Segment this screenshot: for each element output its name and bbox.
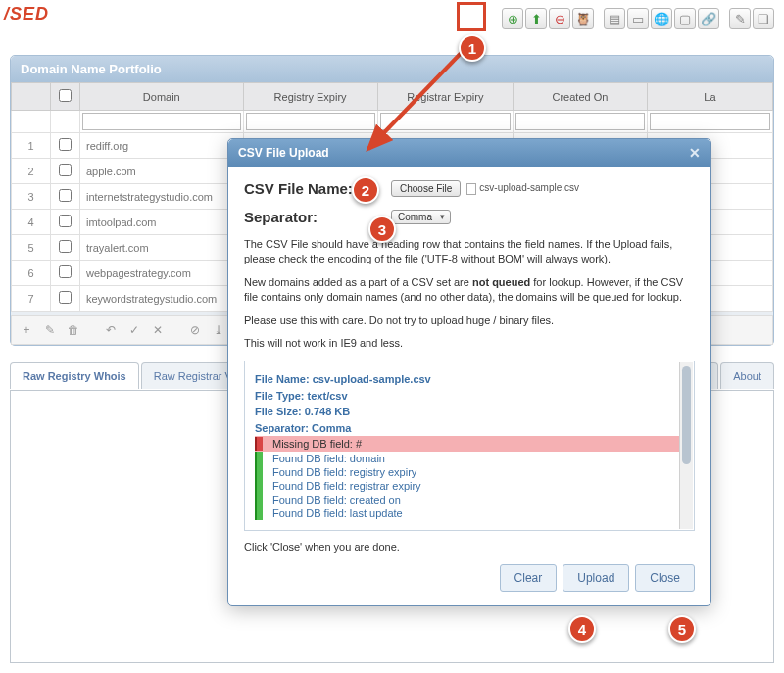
col-registrar[interactable]: Registrar Expiry <box>377 83 513 111</box>
col-created[interactable]: Created On <box>514 83 648 111</box>
error-bar-icon <box>255 437 263 451</box>
pencil-button[interactable]: ✎ <box>729 8 751 29</box>
filter-row <box>12 111 773 133</box>
callout-4: 4 <box>568 615 596 643</box>
ok-bar-icon <box>255 506 263 520</box>
owl-button[interactable]: 🦉 <box>572 8 594 29</box>
filter-domain[interactable] <box>82 113 241 130</box>
row-num: 3 <box>12 184 51 210</box>
csv-upload-dialog: CSV File Upload ✕ CSV File Name: Choose … <box>227 138 711 606</box>
action-add[interactable]: + <box>18 322 35 338</box>
box-button[interactable]: ▢ <box>674 8 696 29</box>
grid-button[interactable]: ▤ <box>604 8 625 29</box>
action-tag[interactable]: ⊘ <box>186 322 204 338</box>
col-num[interactable] <box>12 83 51 111</box>
cell-domain: webpagestrategy.com <box>80 261 244 286</box>
log-found-line: Found DB field: domain <box>255 452 684 465</box>
check-all[interactable] <box>59 89 72 102</box>
row-num: 7 <box>12 286 51 312</box>
mobile-button[interactable]: ❏ <box>753 8 774 29</box>
dialog-body: CSV File Name: Choose File csv-upload-sa… <box>228 167 710 605</box>
ok-bar-icon <box>255 452 263 465</box>
cell-domain: internetstrategystudio.com <box>80 184 244 210</box>
row-num: 1 <box>12 133 51 159</box>
action-cancel[interactable]: ✕ <box>149 322 167 338</box>
dialog-title: CSV File Upload <box>238 146 329 160</box>
tab-about[interactable]: About <box>720 362 774 389</box>
ok-bar-icon <box>255 493 263 506</box>
log-error-line: Missing DB field: # <box>255 436 684 452</box>
col-check-all[interactable] <box>51 83 80 111</box>
file-icon <box>466 183 476 195</box>
row-num: 6 <box>12 261 51 286</box>
link-button[interactable]: 🔗 <box>698 8 719 29</box>
annotation-highlight-1 <box>457 2 486 31</box>
row-check[interactable] <box>59 240 72 253</box>
header-row: Domain Registry Expiry Registrar Expiry … <box>12 83 773 111</box>
filter-created[interactable] <box>515 113 645 130</box>
callout-2: 2 <box>352 176 379 204</box>
ok-bar-icon <box>255 465 263 479</box>
col-last[interactable]: La <box>647 83 772 111</box>
row-check[interactable] <box>59 164 72 176</box>
choose-file-button[interactable]: Choose File <box>391 180 461 197</box>
action-edit[interactable]: ✎ <box>41 322 59 338</box>
row-check[interactable] <box>59 265 72 278</box>
dialog-close-icon[interactable]: ✕ <box>689 145 701 161</box>
cell-domain: apple.com <box>80 159 244 184</box>
row-num: 4 <box>12 210 51 235</box>
ok-bar-icon <box>255 479 263 493</box>
tab-registry-whois[interactable]: Raw Registry Whois <box>10 362 139 389</box>
upload-submit-button[interactable]: Upload <box>563 564 629 592</box>
row-num: 2 <box>12 159 51 184</box>
note-button[interactable]: ▭ <box>627 8 649 29</box>
cell-domain: rediff.org <box>80 133 244 159</box>
app-logo: /SED <box>4 4 49 24</box>
col-domain[interactable]: Domain <box>80 83 244 111</box>
globe-button[interactable]: 🌐 <box>651 8 672 29</box>
callout-1: 1 <box>459 34 486 62</box>
add-button[interactable]: ⊕ <box>502 8 523 29</box>
log-found-line: Found DB field: registry expiry <box>255 465 684 479</box>
row-check[interactable] <box>59 291 72 304</box>
cell-domain: trayalert.com <box>80 235 244 261</box>
action-check[interactable]: ✓ <box>125 322 143 338</box>
upload-button[interactable]: ⬆ <box>525 8 547 29</box>
dialog-titlebar[interactable]: CSV File Upload ✕ <box>228 139 710 167</box>
close-button[interactable]: Close <box>635 564 695 592</box>
log-found-line: Found DB field: last update <box>255 506 684 520</box>
callout-3: 3 <box>368 216 396 243</box>
filter-registry[interactable] <box>246 113 375 130</box>
action-download[interactable]: ⤓ <box>210 322 227 338</box>
delete-button[interactable]: ⊖ <box>549 8 570 29</box>
action-delete[interactable]: 🗑 <box>65 322 82 338</box>
log-found-line: Found DB field: registrar expiry <box>255 479 684 493</box>
callout-5: 5 <box>668 615 696 643</box>
cell-domain: keywordstrategystudio.com <box>80 286 244 312</box>
row-check[interactable] <box>59 138 72 151</box>
row-num: 5 <box>12 235 51 261</box>
scrollbar-thumb[interactable] <box>682 366 691 464</box>
done-text: Click 'Close' when you are done. <box>244 541 695 553</box>
dialog-help-text: The CSV File should have a heading row t… <box>244 237 695 351</box>
filter-last[interactable] <box>650 113 770 130</box>
separator-select[interactable]: Comma <box>391 210 451 224</box>
action-undo[interactable]: ↶ <box>102 322 120 338</box>
top-toolbar: ⊕ ⬆ ⊖ 🦉 ▤ ▭ 🌐 ▢ 🔗 ✎ ❏ <box>502 8 774 29</box>
col-registry[interactable]: Registry Expiry <box>243 83 377 111</box>
filter-registrar[interactable] <box>380 113 511 130</box>
row-check[interactable] <box>59 189 72 202</box>
log-header: File Name: csv-upload-sample.csv File Ty… <box>255 371 684 436</box>
clear-button[interactable]: Clear <box>500 564 558 592</box>
row-check[interactable] <box>59 215 72 227</box>
log-found-line: Found DB field: created on <box>255 493 684 506</box>
selected-file: csv-upload-sample.csv <box>466 182 579 194</box>
dialog-footer: Clear Upload Close <box>244 564 695 592</box>
cell-domain: imtoolpad.com <box>80 210 244 235</box>
panel-title: Domain Name Portfolio <box>11 56 773 82</box>
upload-log: File Name: csv-upload-sample.csv File Ty… <box>244 361 695 531</box>
log-scrollbar[interactable] <box>679 362 693 529</box>
